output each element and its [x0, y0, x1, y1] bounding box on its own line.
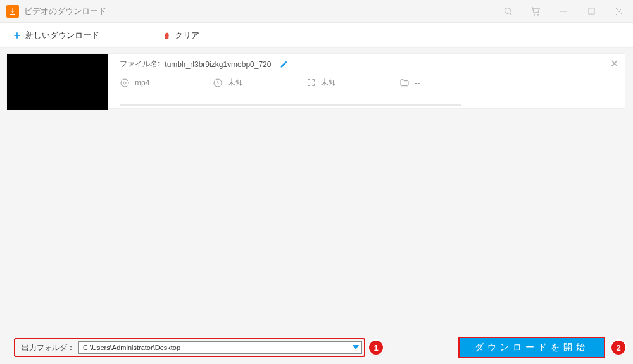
trash-icon — [163, 31, 171, 40]
new-download-button[interactable]: 新しいダウンロード — [0, 23, 112, 47]
window-controls — [494, 0, 633, 23]
format-value: mp4 — [135, 78, 149, 87]
footer-bar: 出力フォルダ： 1 ダウンロードを開始 2 — [0, 331, 633, 364]
output-folder-input[interactable] — [79, 342, 350, 353]
svg-point-11 — [123, 82, 126, 84]
folder-icon — [399, 78, 410, 88]
edit-filename-icon[interactable] — [280, 60, 288, 68]
format-meta: mp4 — [120, 78, 149, 88]
svg-point-0 — [505, 8, 510, 14]
download-item: ファイル名: tumblr_rl3br9izkg1vmobp0_720 mp4 — [6, 53, 625, 109]
svg-marker-13 — [353, 345, 359, 349]
new-download-label: 新しいダウンロード — [25, 30, 99, 41]
clear-button[interactable]: クリア — [150, 23, 212, 47]
callout-badge-2: 2 — [611, 341, 625, 355]
video-thumbnail — [7, 54, 108, 110]
resolution-meta: 未知 — [306, 77, 336, 88]
output-folder-label: 出力フォルダ： — [22, 342, 75, 353]
window-title: ビデオのダウンロード — [24, 6, 106, 17]
output-folder-group: 出力フォルダ： — [14, 338, 365, 357]
start-download-label: ダウンロードを開始 — [475, 342, 589, 353]
clear-label: クリア — [175, 30, 199, 41]
search-icon[interactable] — [494, 0, 522, 23]
dropdown-icon[interactable] — [350, 342, 361, 353]
clock-icon — [213, 78, 223, 88]
expand-icon — [306, 78, 316, 87]
cart-icon[interactable] — [522, 0, 549, 23]
toolbar: 新しいダウンロード クリア — [0, 23, 633, 48]
filename-label: ファイル名: — [120, 59, 160, 70]
maximize-button[interactable] — [577, 0, 605, 23]
svg-point-3 — [537, 14, 538, 15]
resolution-value: 未知 — [321, 77, 336, 88]
disc-icon — [120, 78, 130, 88]
folder-value: -- — [415, 78, 420, 87]
progress-divider — [120, 104, 461, 106]
svg-line-1 — [510, 13, 511, 15]
remove-item-icon[interactable]: ✕ — [610, 58, 618, 70]
duration-value: 未知 — [228, 77, 243, 88]
close-button[interactable] — [605, 0, 633, 23]
duration-meta: 未知 — [213, 77, 243, 88]
svg-point-2 — [534, 14, 534, 15]
svg-point-10 — [121, 79, 128, 87]
start-download-button[interactable]: ダウンロードを開始 — [458, 337, 605, 358]
filename-value: tumblr_rl3br9izkg1vmobp0_720 — [165, 60, 271, 69]
titlebar: ビデオのダウンロード — [0, 0, 633, 23]
folder-meta: -- — [399, 78, 420, 88]
minimize-button[interactable] — [549, 0, 577, 23]
output-folder-field[interactable] — [78, 341, 362, 354]
svg-rect-5 — [588, 8, 594, 14]
callout-badge-1: 1 — [369, 341, 383, 355]
plus-icon — [13, 31, 22, 40]
app-icon — [6, 5, 19, 18]
